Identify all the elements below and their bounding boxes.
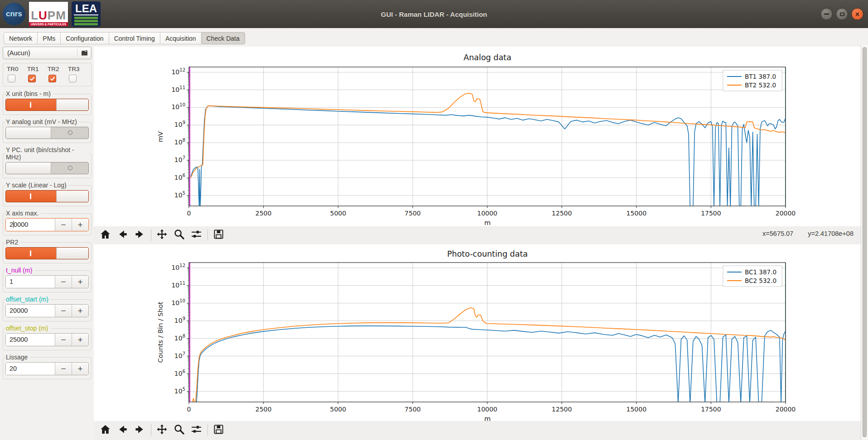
decrement-button[interactable]: − <box>55 219 72 231</box>
tab-check-data[interactable]: Check Data <box>201 32 245 44</box>
x-axis-max-spinbox: 20000 − + <box>5 218 89 231</box>
svg-text:7500: 7500 <box>405 210 421 217</box>
back-icon <box>117 229 128 242</box>
toolbar-separator <box>151 424 151 436</box>
svg-text:17500: 17500 <box>701 406 721 413</box>
switch-off-mark <box>68 130 72 135</box>
vertical-scrollbar[interactable] <box>861 45 868 440</box>
preset-combobox[interactable]: (Aucun) <box>3 47 92 59</box>
offset-stop-spinbox-entry[interactable]: 25000 <box>6 334 55 346</box>
toolbar-separator <box>151 229 151 241</box>
y-scale-switch[interactable] <box>5 190 89 202</box>
save-icon <box>213 229 224 242</box>
configure-subplots-button[interactable] <box>189 229 203 241</box>
increment-button[interactable]: + <box>72 276 88 288</box>
legend: BC1 387.0BC2 532.0 <box>723 266 782 287</box>
lupm-logo-subtext: UNIVERS & PARTICULES <box>29 22 68 26</box>
save-button[interactable] <box>212 229 225 241</box>
y-analog-unit-switch[interactable] <box>5 127 89 139</box>
photocounting-figure[interactable]: 0250050007500100001250015000175002000010… <box>94 244 861 421</box>
zoom-button[interactable] <box>172 424 186 436</box>
save-button[interactable] <box>212 424 225 436</box>
forward-button[interactable] <box>133 424 146 436</box>
home-button[interactable] <box>98 424 112 436</box>
pan-button[interactable] <box>155 229 169 241</box>
check-col-tr1: TR1 <box>27 66 48 82</box>
decrement-button[interactable]: − <box>55 363 72 375</box>
legend: BT1 387.0BT2 532.0 <box>723 70 782 91</box>
configure-subplots-icon <box>191 229 202 242</box>
configure-subplots-icon <box>191 424 202 437</box>
decrement-button[interactable]: − <box>55 276 72 288</box>
x-axis-label: m <box>484 415 491 421</box>
increment-button[interactable]: + <box>72 363 88 375</box>
increment-button[interactable]: + <box>72 334 88 346</box>
decrement-button[interactable]: − <box>55 305 72 317</box>
window-controls: × <box>820 8 863 20</box>
tr0-checkbox[interactable] <box>8 75 15 82</box>
tab-acquisition[interactable]: Acquisition <box>160 32 202 44</box>
back-button[interactable] <box>116 424 129 436</box>
svg-text:12500: 12500 <box>552 406 572 413</box>
home-button[interactable] <box>98 229 112 241</box>
toolbar-separator <box>207 424 208 436</box>
pan-button[interactable] <box>155 424 169 436</box>
check-col-tr2: TR2 <box>48 66 68 82</box>
pr2-switch-group: PR2 <box>3 239 92 263</box>
back-button[interactable] <box>116 229 129 241</box>
group-label: X axis max. <box>5 210 41 217</box>
increment-button[interactable]: + <box>72 305 88 317</box>
offset-stop-spinbox-group: offset_stop (m) 25000 − + <box>3 325 92 350</box>
svg-text:BC1 387.0: BC1 387.0 <box>745 268 776 276</box>
analog-figure[interactable]: 0250050007500100001250015000175002000010… <box>94 47 861 226</box>
zoom-button[interactable] <box>172 229 186 241</box>
cursor-x-value: x=5675.07 <box>762 230 793 237</box>
tab-configuration[interactable]: Configuration <box>60 32 109 44</box>
offset-start-spinbox-entry[interactable]: 20000 <box>6 305 55 317</box>
zoom-icon <box>174 424 185 437</box>
x-unit-switch[interactable] <box>5 99 89 111</box>
tr3-checkbox[interactable] <box>69 75 77 82</box>
svg-text:20000: 20000 <box>776 210 796 217</box>
tab-control-timing[interactable]: Control Timing <box>109 32 160 44</box>
y-scale-switch-group: Y scale (Linear - Log) <box>3 182 92 206</box>
y-axis-label: Counts / Bin / Shot <box>157 301 164 363</box>
pr2-switch[interactable] <box>5 247 89 259</box>
offset-start-spinbox-group: offset_start (m) 20000 − + <box>3 296 92 321</box>
tab-pms[interactable]: PMs <box>37 32 61 44</box>
lea-logo-text: LEA <box>74 3 98 15</box>
cursor-coordinates: x=5675.07 y=2.41708e+08 <box>762 230 854 237</box>
y-pc-unit-switch[interactable] <box>5 162 89 174</box>
tab-network[interactable]: Network <box>4 32 38 44</box>
close-button[interactable]: × <box>851 8 863 20</box>
scrollbar-thumb[interactable] <box>863 47 867 437</box>
tr2-checkbox[interactable] <box>48 75 56 82</box>
t-null-spinbox-entry[interactable]: 1 <box>6 276 55 288</box>
switch-handle <box>6 163 51 174</box>
group-label: Y scale (Linear - Log) <box>5 182 69 189</box>
maximize-button[interactable] <box>836 8 848 20</box>
tr-checkbox-group: TR0 TR1 TR2 TR3 <box>3 63 92 86</box>
tr1-checkbox[interactable] <box>28 75 36 82</box>
tab-bar: NetworkPMsConfigurationControl TimingAcq… <box>0 28 868 45</box>
window-title: GUI - Raman LIDAR - Acquisition <box>0 10 868 18</box>
analog-data-chart[interactable]: 0250050007500100001250015000175002000010… <box>94 47 861 226</box>
decrement-button[interactable]: − <box>55 334 72 346</box>
y-axis-label: mV <box>157 131 164 142</box>
forward-button[interactable] <box>133 229 146 241</box>
configure-subplots-button[interactable] <box>189 424 203 436</box>
x-axis-max-spinbox-entry[interactable]: 20000 <box>6 219 55 231</box>
increment-button[interactable]: + <box>72 219 88 231</box>
close-icon: × <box>855 10 859 18</box>
svg-text:BT1 387.0: BT1 387.0 <box>745 73 776 80</box>
lissage-spinbox-entry[interactable]: 20 <box>6 363 55 375</box>
svg-text:10000: 10000 <box>477 210 497 217</box>
checkbox-label: TR3 <box>68 66 80 72</box>
svg-text:0: 0 <box>187 210 191 217</box>
minimize-button[interactable] <box>820 8 833 20</box>
check-icon <box>29 76 35 81</box>
t-null-spinbox: 1 − + <box>5 275 89 288</box>
switch-off-mark <box>68 166 72 170</box>
photo-counting-data-chart[interactable]: 0250050007500100001250015000175002000010… <box>94 244 861 421</box>
checkbox-label: TR0 <box>7 66 19 72</box>
